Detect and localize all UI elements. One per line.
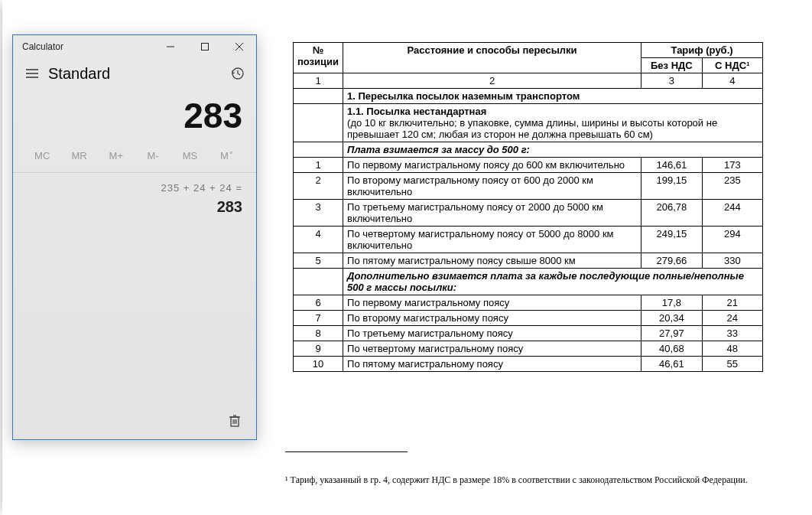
history-button[interactable] [224, 60, 250, 86]
maximize-icon [201, 43, 209, 51]
row-withvat: 33 [702, 326, 762, 341]
row-desc: По первому магистральному поясу [343, 295, 641, 311]
minimize-button[interactable] [153, 35, 187, 58]
row-novat: 249,15 [641, 227, 702, 253]
table-row: 9По четвертому магистральному поясу40,68… [294, 341, 763, 357]
row-desc: По пятому магистральному поясу [343, 357, 641, 372]
hdr-tariff: Тариф (руб.) [641, 43, 763, 58]
footnote-separator [285, 451, 408, 452]
mem-mr[interactable]: MR [60, 150, 97, 161]
history-expression[interactable]: 235 + 24 + 24 = [27, 182, 242, 194]
row-withvat: 294 [702, 227, 762, 253]
row-desc: По первому магистральному поясу до 600 к… [343, 158, 641, 173]
row-novat: 20,34 [641, 311, 702, 326]
row-novat: 279,66 [641, 253, 702, 269]
row-desc: По третьему магистральному поясу от 2000… [343, 200, 641, 227]
row-withvat: 235 [702, 173, 762, 200]
close-icon [235, 43, 243, 51]
row-pos: 10 [294, 357, 343, 372]
row-pos: 1 [294, 158, 343, 173]
titlebar[interactable]: Calculator [13, 35, 256, 58]
maximize-button[interactable] [187, 35, 222, 58]
row-pos: 9 [294, 341, 343, 357]
row-pos: 6 [294, 295, 343, 311]
hdr-dist: Расстояние и способы пересылки [343, 43, 641, 73]
row-withvat: 24 [702, 311, 762, 326]
fee-500: Плата взимается за массу до 500 г: [343, 142, 763, 158]
row-withvat: 330 [702, 253, 762, 269]
colnum-3: 3 [641, 73, 702, 89]
section-11: 1.1. Посылка нестандартная(до 10 кг вклю… [343, 104, 763, 142]
table-row: 6По первому магистральному поясу17,821 [294, 295, 763, 311]
row-pos: 5 [294, 253, 343, 269]
row-desc: По четвертому магистральному поясу [343, 341, 641, 357]
history-panel: 235 + 24 + 24 = 283 [13, 172, 256, 439]
table-row: 2По второму магистральному поясу от 600 … [294, 173, 763, 200]
row-withvat: 173 [702, 158, 762, 173]
colnum-2: 2 [343, 73, 641, 89]
memory-row: MC MR M+ M- MS M˅ [13, 150, 256, 172]
mode-label: Standard [48, 65, 110, 83]
row-novat: 40,68 [641, 341, 702, 357]
hdr-pos: № позиции [294, 43, 343, 73]
svg-rect-1 [201, 44, 208, 51]
colnum-4: 4 [702, 73, 762, 89]
mem-mcaret[interactable]: M˅ [209, 150, 245, 161]
history-result[interactable]: 283 [27, 198, 242, 216]
clear-history-button[interactable] [226, 412, 244, 430]
table-row: 8По третьему магистральному поясу27,9733 [294, 326, 763, 341]
hdr-withvat: С НДС¹ [702, 58, 762, 73]
row-novat: 146,61 [641, 158, 702, 173]
row-pos: 8 [294, 326, 343, 341]
row-withvat: 55 [702, 357, 762, 372]
mem-mc[interactable]: MC [24, 150, 60, 161]
footnote: ¹ Тариф, указанный в гр. 4, содержит НДС… [285, 474, 759, 486]
extra-fee: Дополнительно взимается плата за каждые … [343, 269, 763, 295]
row-desc: По пятому магистральному поясу свыше 800… [343, 253, 641, 269]
row-pos: 2 [294, 173, 343, 200]
hamburger-icon [26, 69, 38, 78]
menu-button[interactable] [19, 60, 45, 86]
mem-mplus[interactable]: M+ [98, 150, 135, 161]
row-novat: 46,61 [641, 357, 702, 372]
table-row: 7По второму магистральному поясу20,3424 [294, 311, 763, 326]
table-row: 5По пятому магистральному поясу свыше 80… [294, 253, 763, 269]
table-row: 3По третьему магистральному поясу от 200… [294, 200, 763, 227]
window-title: Calculator [22, 41, 63, 52]
row-desc: По второму магистральному поясу от 600 д… [343, 173, 641, 200]
row-pos: 7 [294, 311, 343, 326]
row-withvat: 21 [702, 295, 762, 311]
row-novat: 199,15 [641, 173, 702, 200]
table-row: 4По четвертому магистральному поясу от 5… [294, 227, 763, 253]
row-withvat: 48 [702, 341, 762, 357]
colnum-1: 1 [294, 73, 343, 89]
row-pos: 4 [294, 227, 343, 253]
row-withvat: 244 [702, 200, 762, 227]
mem-mminus[interactable]: M- [135, 150, 171, 161]
row-novat: 206,78 [641, 200, 702, 227]
minimize-icon [167, 43, 174, 51]
table-row: 1По первому магистральному поясу до 600 … [294, 158, 763, 173]
row-novat: 17,8 [641, 295, 702, 311]
close-button[interactable] [222, 35, 256, 58]
calculator-window: Calculator Standard 283 MC MR M+ M- MS M… [12, 34, 257, 440]
table-row: 10По пятому магистральному поясу46,6155 [294, 357, 763, 372]
row-desc: По третьему магистральному поясу [343, 326, 641, 341]
calculator-display: 283 [13, 89, 256, 150]
trash-icon [229, 414, 241, 428]
history-icon [230, 67, 244, 80]
section-1: 1. Пересылка посылок наземным транспорто… [343, 89, 763, 104]
row-desc: По второму магистральному поясу [343, 311, 641, 326]
hdr-novat: Без НДС [641, 58, 702, 73]
row-pos: 3 [294, 200, 343, 227]
row-desc: По четвертому магистральному поясу от 50… [343, 227, 641, 253]
tariff-table: № позиции Расстояние и способы пересылки… [293, 42, 763, 372]
row-novat: 27,97 [641, 326, 702, 341]
mem-ms[interactable]: MS [171, 150, 208, 161]
